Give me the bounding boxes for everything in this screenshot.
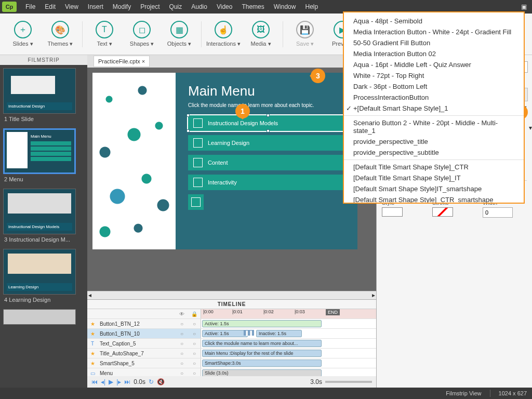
- text-icon: T: [96, 21, 113, 38]
- panel-toggle-icon[interactable]: ▣: [518, 3, 530, 10]
- rewind-start-icon[interactable]: ⏮: [91, 378, 98, 385]
- chevron-down-icon[interactable]: ▾: [529, 124, 532, 131]
- horizontal-scrollbar[interactable]: ◂▸: [87, 291, 376, 299]
- menu-button[interactable]: Learning Design: [188, 135, 345, 151]
- menu-button[interactable]: Instructional Design Models: [188, 115, 345, 131]
- thumb-label: 4 Learning Design: [3, 295, 84, 305]
- step-fwd-icon[interactable]: |▸: [116, 378, 121, 385]
- menu-audio[interactable]: Audio: [187, 3, 212, 10]
- style-option[interactable]: [Default Title Smart Shape Style]_IT: [344, 172, 524, 183]
- style-option[interactable]: Scenario Button 2 - White - 20pt - Middl…: [344, 117, 524, 136]
- slides-tool[interactable]: ＋Slides ▾: [4, 21, 42, 47]
- button-icon: [193, 158, 203, 167]
- menu-btn-extra[interactable]: [188, 194, 204, 210]
- total-time: 3.0s: [310, 378, 322, 385]
- style-option[interactable]: Dark - 36pt - Bottom Left: [344, 81, 524, 92]
- stroke-color-swatch[interactable]: [432, 207, 453, 217]
- play-icon[interactable]: ▶: [109, 378, 113, 385]
- callout-3: 3: [311, 69, 325, 83]
- menu-button[interactable]: Interactivity: [188, 175, 345, 190]
- style-option[interactable]: Media Interaction Button 02: [344, 48, 524, 59]
- timeline-row[interactable]: ★Title_AutoShape_7○○Main Menu :Display f…: [87, 349, 376, 358]
- menu-window[interactable]: Window: [269, 3, 301, 10]
- thumb-label: 3 Instructional Design M...: [3, 234, 84, 245]
- timeline-row[interactable]: ★Button1_BTN_10○○Active: 1.5sInactive: 1…: [87, 329, 376, 339]
- menu-help[interactable]: Help: [300, 3, 323, 10]
- document-tab[interactable]: PracticeFile.cptx ×: [94, 56, 150, 67]
- close-icon[interactable]: ×: [142, 58, 145, 64]
- button-icon: [193, 118, 203, 128]
- zoom-slider[interactable]: [325, 381, 372, 383]
- timeline-ruler[interactable]: 👁🔒 |0:00 |0:01 |0:02 |0:03 END: [87, 309, 376, 319]
- list-icon: [191, 197, 201, 207]
- forward-end-icon[interactable]: ⏭: [124, 378, 130, 385]
- callout-1: 1: [235, 104, 250, 118]
- slide-canvas[interactable]: Main Menu Click the module name to learn…: [92, 73, 357, 249]
- filmstrip-panel: FILMSTRIP Instructional Design1 Title Sl…: [0, 55, 87, 388]
- timeline-row[interactable]: TText_Caption_5○○Click the module name t…: [87, 339, 376, 349]
- shapes-icon: ◻: [133, 21, 151, 38]
- menu-themes[interactable]: Themes: [237, 3, 269, 10]
- status-view-mode: Filmstrip View: [446, 390, 481, 396]
- menu-insert[interactable]: Insert: [83, 3, 108, 10]
- menu-button[interactable]: Content: [188, 155, 345, 170]
- interactions-icon: ☝: [215, 21, 232, 38]
- slides-icon: ＋: [14, 21, 32, 38]
- slide-subtitle: Click the module name to learn more abou…: [188, 102, 345, 108]
- status-bar: Filmstrip View 1024 x 627: [0, 388, 532, 399]
- shapes-tool[interactable]: ◻Shapes ▾: [123, 21, 161, 47]
- thumb-label: 2 Menu: [3, 174, 84, 184]
- menu-modify[interactable]: Modify: [108, 3, 136, 10]
- slide-title: Main Menu: [188, 83, 345, 99]
- document-tab-bar: PracticeFile.cptx ×: [87, 55, 376, 68]
- style-option[interactable]: provide_perspective_title: [344, 136, 524, 147]
- menu-edit[interactable]: Edit: [40, 3, 60, 10]
- style-option[interactable]: [Default Title Smart Shape Style]_CTR: [344, 162, 524, 172]
- app-logo: Cp: [2, 2, 17, 12]
- menu-video[interactable]: Video: [212, 3, 237, 10]
- mute-icon[interactable]: 🔇: [157, 378, 165, 385]
- timeline-header: TIMELINE: [87, 300, 376, 309]
- media-tool[interactable]: 🖼Media ▾: [242, 21, 280, 47]
- stage-area: PracticeFile.cptx × 3 Main Menu Click th…: [87, 55, 376, 388]
- style-dropdown-list[interactable]: Aqua - 48pt - SemiboldMedia Interaction …: [343, 11, 525, 204]
- loop-icon[interactable]: ↻: [149, 378, 154, 385]
- stroke-style-swatch[interactable]: [382, 207, 403, 217]
- style-option[interactable]: [Default Smart Shape Style]IT_smartshape: [344, 183, 524, 194]
- style-option[interactable]: Media Interaction Button - White - 24pt …: [344, 26, 524, 37]
- timeline-row[interactable]: ★Button1_BTN_12○○Active: 1.5s: [87, 319, 376, 329]
- style-option[interactable]: Aqua - 48pt - Semibold: [344, 16, 524, 26]
- timeline-row[interactable]: ★SmartShape_5○○SmartShape:3.0s: [87, 358, 376, 368]
- slide-thumb[interactable]: Main Menu2 Menu: [3, 128, 84, 184]
- eye-icon[interactable]: 👁: [179, 311, 184, 317]
- style-option[interactable]: White - 72pt - Top Right: [344, 70, 524, 81]
- button-icon: [193, 138, 203, 148]
- save-tool[interactable]: 💾Save ▾: [286, 21, 324, 47]
- filmstrip-header: FILMSTRIP: [0, 55, 87, 65]
- thumb-label: 1 Title Slide: [3, 114, 84, 124]
- stroke-width-input[interactable]: [483, 207, 513, 218]
- style-option[interactable]: ProcessInteractionButton: [344, 92, 524, 103]
- playhead-time: 0.0s: [134, 378, 145, 385]
- timeline-row[interactable]: ▭Menu○○Slide (3.0s): [87, 368, 376, 376]
- slide-thumb[interactable]: Learning Design4 Learning Design: [3, 249, 84, 305]
- slide-thumb[interactable]: Instructional Design Models3 Instruction…: [3, 189, 84, 245]
- style-option[interactable]: provide_perspective_subtitle: [344, 147, 524, 158]
- menu-view[interactable]: View: [60, 3, 83, 10]
- style-option[interactable]: Aqua - 16pt - Middle Left - Quiz Answer: [344, 59, 524, 70]
- timeline-controls: ⏮ ◂| ▶ |▸ ⏭ 0.0s ↻ 🔇 3.0s: [87, 376, 376, 388]
- interactions-tool[interactable]: ☝Interactions ▾: [205, 21, 242, 47]
- menu-quiz[interactable]: Quiz: [165, 3, 187, 10]
- menu-project[interactable]: Project: [136, 3, 164, 10]
- themes-tool[interactable]: 🎨Themes ▾: [42, 21, 79, 47]
- menu-file[interactable]: File: [21, 3, 40, 10]
- lock-icon[interactable]: 🔒: [191, 311, 197, 317]
- text-tool[interactable]: TText ▾: [86, 21, 123, 47]
- style-option[interactable]: +[Default Smart Shape Style]_1: [344, 103, 524, 114]
- style-option[interactable]: [Default Smart Shape Style]_CTR_smartsha…: [344, 194, 524, 204]
- style-option[interactable]: 50-50 Gradient Fill Button: [344, 37, 524, 48]
- slide-thumb[interactable]: Instructional Design1 Title Slide: [3, 68, 84, 124]
- objects-tool[interactable]: ▦Objects ▾: [161, 21, 198, 47]
- step-back-icon[interactable]: ◂|: [101, 378, 105, 385]
- button-icon: [193, 178, 203, 187]
